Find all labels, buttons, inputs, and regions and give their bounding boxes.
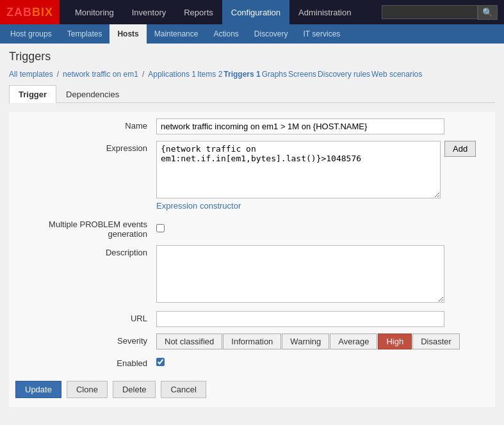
enabled-label: Enabled xyxy=(15,356,156,368)
severity-warning[interactable]: Warning xyxy=(282,333,329,349)
name-label: Name xyxy=(15,118,156,131)
name-row: Name xyxy=(9,118,495,134)
nav-reports[interactable]: Reports xyxy=(175,0,222,24)
breadcrumb-all-templates[interactable]: All templates xyxy=(9,70,53,79)
severity-high[interactable]: High xyxy=(378,333,412,349)
breadcrumb: All templates / network traffic on em1 /… xyxy=(9,70,495,79)
description-row: Description xyxy=(9,245,495,305)
trigger-form: Name Expression {network traffic on <spa… xyxy=(9,112,495,407)
description-field xyxy=(156,245,489,305)
page-content: Triggers All templates / network traffic… xyxy=(0,44,504,413)
breadcrumb-discovery-rules[interactable]: Discovery rules xyxy=(318,70,370,79)
expression-input-row: {network traffic on <span class="expr-un… xyxy=(156,141,489,198)
expression-textarea[interactable]: {network traffic on <span class="expr-un… xyxy=(156,141,441,198)
breadcrumb-triggers: Triggers 1 xyxy=(224,70,260,79)
breadcrumb-sep1: / xyxy=(57,70,59,79)
nav-administration[interactable]: Administration xyxy=(289,0,360,24)
search-input[interactable] xyxy=(382,5,478,19)
url-row: URL xyxy=(9,311,495,327)
severity-not-classified[interactable]: Not classified xyxy=(156,333,222,349)
severity-disaster[interactable]: Disaster xyxy=(412,333,460,349)
breadcrumb-network-traffic[interactable]: network traffic on em1 xyxy=(63,70,138,79)
enabled-row: Enabled xyxy=(9,356,495,368)
breadcrumb-sep2: / xyxy=(142,70,144,79)
multiple-problem-label: Multiple PROBLEM events generation xyxy=(15,217,156,239)
severity-field: Not classified Information Warning Avera… xyxy=(156,333,489,349)
url-input[interactable] xyxy=(156,311,444,327)
update-button[interactable]: Update xyxy=(15,381,61,398)
cancel-button[interactable]: Cancel xyxy=(161,381,206,398)
subnav-maintenance[interactable]: Maintenance xyxy=(147,24,206,44)
form-tabs: Trigger Dependencies xyxy=(9,85,495,103)
add-expression-button[interactable]: Add xyxy=(444,141,476,157)
expression-field: {network traffic on <span class="expr-un… xyxy=(156,141,489,211)
url-label: URL xyxy=(15,311,156,323)
subnav-it-services[interactable]: IT services xyxy=(296,24,348,44)
subnav-actions[interactable]: Actions xyxy=(206,24,246,44)
name-input[interactable] xyxy=(156,118,444,134)
expression-row: Expression {network traffic on <span cla… xyxy=(9,141,495,211)
description-label: Description xyxy=(15,245,156,257)
url-field xyxy=(156,311,489,327)
search-button[interactable]: 🔍 xyxy=(478,5,498,20)
tab-dependencies[interactable]: Dependencies xyxy=(56,85,129,103)
logo: ZABBIX xyxy=(0,0,60,24)
multiple-problem-checkbox[interactable] xyxy=(156,224,165,232)
breadcrumb-items[interactable]: Items 2 xyxy=(197,70,222,79)
search-area: 🔍 xyxy=(382,5,504,20)
subnav-hosts[interactable]: Hosts xyxy=(110,24,146,44)
name-field xyxy=(156,118,489,134)
description-textarea[interactable] xyxy=(156,245,444,303)
severity-average[interactable]: Average xyxy=(330,333,377,349)
nav-monitoring[interactable]: Monitoring xyxy=(66,0,123,24)
nav-configuration[interactable]: Configuration xyxy=(222,0,289,24)
multiple-problem-row: Multiple PROBLEM events generation xyxy=(9,217,495,239)
breadcrumb-applications[interactable]: Applications 1 xyxy=(148,70,196,79)
nav-inventory[interactable]: Inventory xyxy=(123,0,175,24)
breadcrumb-screens[interactable]: Screens xyxy=(288,70,316,79)
severity-information[interactable]: Information xyxy=(223,333,281,349)
severity-label: Severity xyxy=(15,333,156,346)
severity-row: Severity Not classified Information Warn… xyxy=(9,333,495,349)
subnav-templates[interactable]: Templates xyxy=(60,24,110,44)
expression-label: Expression xyxy=(15,141,156,153)
top-navigation: ZABBIX Monitoring Inventory Reports Conf… xyxy=(0,0,504,24)
action-buttons: Update Clone Delete Cancel xyxy=(9,374,495,401)
subnav-host-groups[interactable]: Host groups xyxy=(3,24,60,44)
page-title: Triggers xyxy=(9,50,495,63)
severity-buttons: Not classified Information Warning Avera… xyxy=(156,333,489,349)
expression-constructor-link[interactable]: Expression constructor xyxy=(156,201,241,211)
tab-trigger[interactable]: Trigger xyxy=(9,85,56,103)
delete-button[interactable]: Delete xyxy=(113,381,156,398)
enabled-checkbox[interactable] xyxy=(156,358,165,366)
top-nav-items: Monitoring Inventory Reports Configurati… xyxy=(66,0,360,24)
breadcrumb-graphs[interactable]: Graphs xyxy=(262,70,287,79)
clone-button[interactable]: Clone xyxy=(67,381,108,398)
breadcrumb-web-scenarios[interactable]: Web scenarios xyxy=(371,70,422,79)
